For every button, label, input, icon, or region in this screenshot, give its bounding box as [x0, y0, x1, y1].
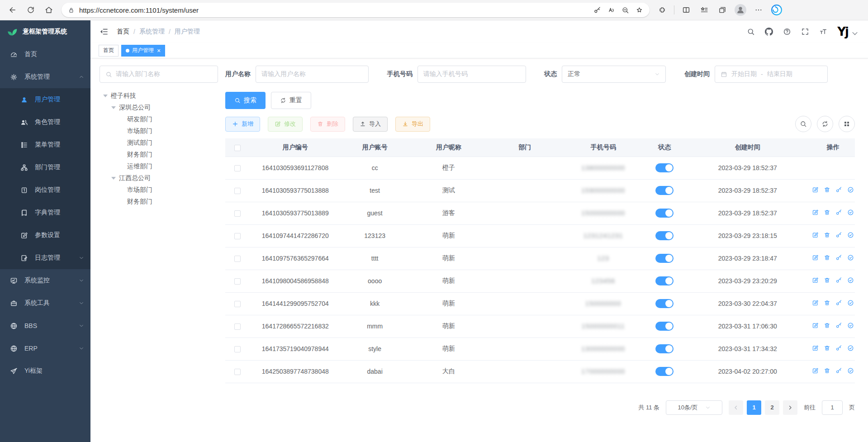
edit-user-icon[interactable]: [812, 277, 819, 284]
row-checkbox[interactable]: [234, 165, 241, 171]
delete-user-icon[interactable]: [824, 209, 830, 216]
sidebar-item-system-monitor[interactable]: 系统监控: [0, 269, 90, 292]
goto-page-input[interactable]: 1: [822, 400, 843, 415]
page-button-2[interactable]: 2: [765, 400, 779, 415]
toggle-search-button[interactable]: [795, 116, 811, 132]
tree-node[interactable]: 江西总公司: [100, 172, 218, 184]
row-checkbox[interactable]: [234, 369, 241, 375]
edit-user-icon[interactable]: [812, 254, 819, 261]
read-aloud-icon[interactable]: [607, 6, 615, 14]
dept-search-input[interactable]: 请输入部门名称: [100, 66, 218, 83]
assign-role-icon[interactable]: [847, 345, 854, 352]
edit-user-icon[interactable]: [812, 232, 819, 238]
status-toggle[interactable]: [655, 367, 674, 376]
row-checkbox[interactable]: [234, 346, 241, 352]
sidebar-item-log-mgmt[interactable]: 日志管理: [0, 247, 90, 269]
address-bar[interactable]: https://ccnetcore.com:1101/system/user: [62, 3, 650, 17]
refresh-table-button[interactable]: [817, 116, 833, 132]
refresh-icon[interactable]: [23, 2, 39, 18]
select-all-checkbox[interactable]: [234, 145, 241, 151]
back-icon[interactable]: [5, 2, 21, 18]
status-toggle[interactable]: [655, 322, 674, 331]
status-toggle[interactable]: [655, 209, 674, 218]
edit-user-icon[interactable]: [812, 186, 819, 193]
reset-password-icon[interactable]: [835, 186, 842, 193]
extensions-icon[interactable]: [654, 2, 670, 18]
collections-icon[interactable]: [714, 2, 730, 18]
delete-user-icon[interactable]: [824, 322, 830, 329]
github-icon[interactable]: [765, 28, 773, 36]
reset-password-icon[interactable]: [835, 232, 842, 238]
lock-icon[interactable]: [68, 7, 75, 14]
delete-user-icon[interactable]: [824, 186, 830, 193]
profile-avatar[interactable]: [732, 2, 749, 18]
status-toggle[interactable]: [655, 299, 674, 308]
assign-role-icon[interactable]: [847, 367, 854, 374]
sidebar-item-dict-mgmt[interactable]: 字典管理: [0, 201, 90, 224]
sidebar-item-home[interactable]: 首页: [0, 43, 90, 66]
edit-button[interactable]: 修改: [268, 117, 303, 132]
fullscreen-icon[interactable]: [801, 28, 809, 36]
tab-home[interactable]: 首页: [99, 45, 119, 57]
row-checkbox[interactable]: [234, 323, 241, 330]
zoom-out-icon[interactable]: [621, 6, 629, 14]
prev-page-button[interactable]: [729, 400, 743, 415]
sidebar-item-user-mgmt[interactable]: 用户管理: [0, 88, 90, 111]
page-button-1[interactable]: 1: [747, 400, 761, 415]
username-input[interactable]: 请输入用户名称: [256, 66, 369, 83]
sidebar-item-system-mgmt[interactable]: 系统管理: [0, 66, 90, 88]
password-key-icon[interactable]: [593, 6, 601, 14]
edit-user-icon[interactable]: [812, 209, 819, 216]
status-toggle[interactable]: [655, 254, 674, 263]
tree-node[interactable]: 市场部门: [100, 184, 218, 196]
edit-user-icon[interactable]: [812, 322, 819, 329]
edit-user-icon[interactable]: [812, 345, 819, 352]
delete-user-icon[interactable]: [824, 367, 830, 374]
edit-user-icon[interactable]: [812, 299, 819, 306]
phone-input[interactable]: 请输入手机号码: [417, 66, 526, 83]
tab-user-mgmt[interactable]: 用户管理×: [121, 45, 165, 57]
tree-node[interactable]: 测试部门: [100, 137, 218, 149]
tab-close-icon[interactable]: ×: [157, 48, 161, 54]
avatar[interactable]: Yj: [837, 26, 848, 38]
status-toggle[interactable]: [655, 231, 674, 240]
favorites-list-icon[interactable]: [696, 2, 712, 18]
next-page-button[interactable]: [783, 400, 797, 415]
delete-user-icon[interactable]: [824, 277, 830, 284]
sidebar-item-role-mgmt[interactable]: 角色管理: [0, 111, 90, 133]
tree-node[interactable]: 橙子科技: [100, 90, 218, 102]
page-size-select[interactable]: 10条/页: [666, 400, 722, 415]
row-checkbox[interactable]: [234, 210, 241, 217]
delete-user-icon[interactable]: [824, 232, 830, 238]
row-checkbox[interactable]: [234, 278, 241, 285]
edit-user-icon[interactable]: [812, 367, 819, 374]
status-select[interactable]: 正常: [562, 66, 666, 83]
row-checkbox[interactable]: [234, 233, 241, 239]
favorite-add-icon[interactable]: [636, 6, 643, 14]
add-button[interactable]: 新增: [225, 117, 260, 132]
split-screen-icon[interactable]: [678, 2, 694, 18]
tree-node[interactable]: 市场部门: [100, 125, 218, 137]
sidebar-item-dept-mgmt[interactable]: 部门管理: [0, 156, 90, 179]
column-settings-button[interactable]: [839, 116, 855, 132]
assign-role-icon[interactable]: [847, 277, 854, 284]
date-range-picker[interactable]: 开始日期 - 结束日期: [715, 66, 828, 83]
help-icon[interactable]: [783, 28, 791, 36]
status-toggle[interactable]: [655, 163, 674, 172]
assign-role-icon[interactable]: [847, 232, 854, 238]
reset-password-icon[interactable]: [835, 322, 842, 329]
assign-role-icon[interactable]: [847, 299, 854, 306]
delete-user-icon[interactable]: [824, 345, 830, 352]
url-text[interactable]: https://ccnetcore.com:1101/system/user: [79, 6, 589, 14]
delete-button[interactable]: 删除: [310, 117, 345, 132]
reset-password-icon[interactable]: [835, 254, 842, 261]
reset-password-icon[interactable]: [835, 345, 842, 352]
assign-role-icon[interactable]: [847, 209, 854, 216]
tree-node[interactable]: 研发部门: [100, 114, 218, 125]
tree-node[interactable]: 深圳总公司: [100, 102, 218, 114]
export-button[interactable]: 导出: [395, 117, 430, 132]
tree-node[interactable]: 财务部门: [100, 196, 218, 208]
copilot-icon[interactable]: [768, 2, 785, 18]
breadcrumb-home[interactable]: 首页: [117, 28, 129, 36]
status-toggle[interactable]: [655, 344, 674, 353]
